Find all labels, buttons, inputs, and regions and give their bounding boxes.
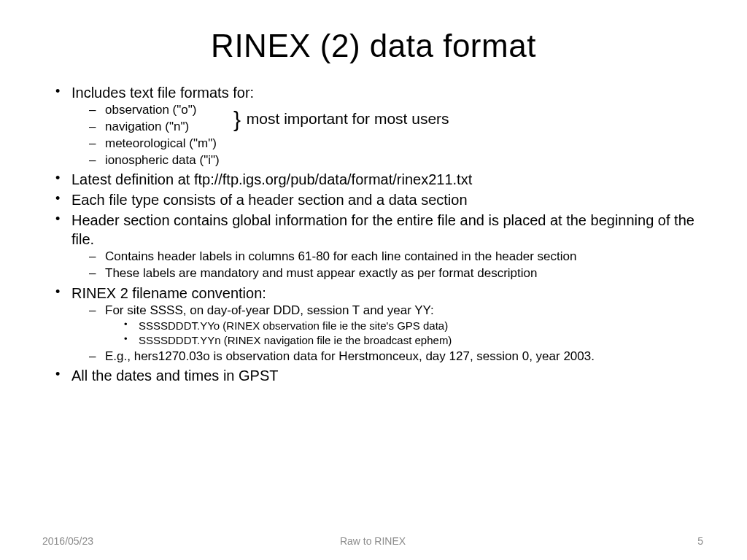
sub-item: E.g., hers1270.03o is observation data f… bbox=[105, 349, 703, 365]
footer-label: Raw to RINEX bbox=[263, 535, 483, 547]
brace-text: most important for most users bbox=[242, 110, 449, 127]
bullet-text: Header section contains global informati… bbox=[71, 212, 694, 247]
bullet-item: Header section contains global informati… bbox=[71, 211, 703, 281]
sub-list: Contains header labels in columns 61-80 … bbox=[71, 249, 703, 281]
sub-list: For site SSSS, on day-of-year DDD, sessi… bbox=[71, 303, 703, 365]
footer-date: 2016/05/23 bbox=[42, 535, 263, 547]
sub-item: ionospheric data ("i") bbox=[105, 152, 703, 168]
sub-item: meteorological ("m") bbox=[105, 136, 703, 152]
bullet-item: All the dates and times in GPST bbox=[71, 366, 703, 385]
bullet-text: RINEX 2 filename convention: bbox=[71, 285, 266, 301]
sub-item: Contains header labels in columns 61-80 … bbox=[105, 249, 703, 265]
subsub-list: SSSSDDDT.YYo (RINEX observation file ie … bbox=[105, 319, 703, 348]
sub-item: For site SSSS, on day-of-year DDD, sessi… bbox=[105, 303, 703, 348]
bullet-text: Includes text file formats for: bbox=[71, 85, 254, 101]
slide-body: Includes text file formats for: observat… bbox=[44, 83, 703, 385]
footer-page: 5 bbox=[483, 535, 703, 547]
bullet-item: RINEX 2 filename convention: For site SS… bbox=[71, 284, 703, 365]
sub-item: These labels are mandatory and must appe… bbox=[105, 265, 703, 281]
subsub-item: SSSSDDDT.YYo (RINEX observation file ie … bbox=[139, 319, 703, 333]
sub-text: For site SSSS, on day-of-year DDD, sessi… bbox=[105, 303, 434, 317]
brace-icon: } bbox=[233, 107, 241, 131]
subsub-item: SSSSDDDT.YYn (RINEX navigation file ie t… bbox=[139, 333, 703, 348]
slide: RINEX (2) data format Includes text file… bbox=[0, 0, 747, 560]
bullet-item: Latest definition at ftp://ftp.igs.org/p… bbox=[71, 170, 703, 189]
slide-footer: 2016/05/23 Raw to RINEX 5 bbox=[0, 535, 747, 547]
slide-title: RINEX (2) data format bbox=[44, 28, 703, 64]
bullet-item: Each file type consists of a header sect… bbox=[71, 190, 703, 209]
brace-annotation: } most important for most users bbox=[235, 102, 449, 131]
